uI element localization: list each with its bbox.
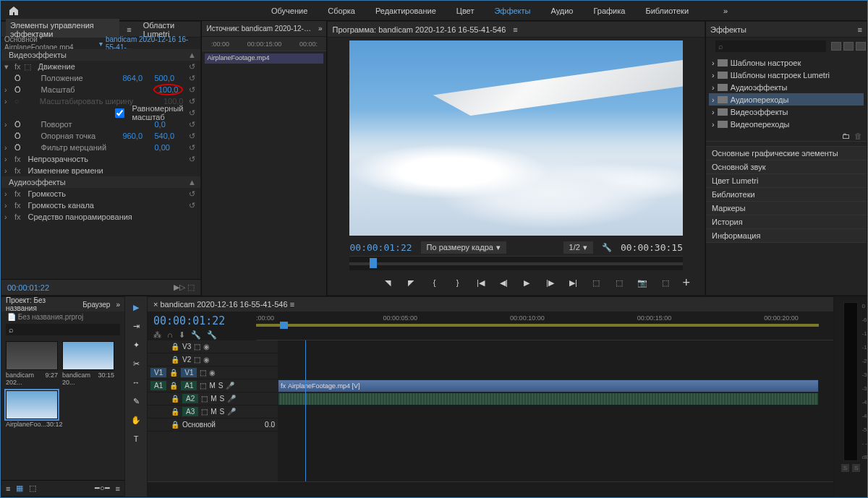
overflow-icon[interactable]: » [723, 7, 728, 15]
ws-tab[interactable]: Графика [593, 7, 625, 15]
panel-link[interactable]: Цвет Lumetri [706, 174, 867, 188]
go-prev-icon[interactable]: |◀ [474, 276, 487, 289]
position-x[interactable]: 864,0 [122, 74, 151, 82]
motion-effect[interactable]: Движение [34, 62, 184, 71]
program-viewport[interactable] [349, 40, 683, 236]
mark-in-icon[interactable]: ◥ [381, 276, 394, 289]
ripple-tool-icon[interactable]: ✦ [129, 338, 142, 351]
lift-icon[interactable]: ⬚ [590, 276, 603, 289]
fx-folder[interactable]: ›Видеоэффекты [709, 106, 864, 118]
icon-view-icon[interactable]: ▦ [16, 484, 23, 493]
mark-in-btn[interactable]: { [427, 276, 441, 289]
track-select-tool-icon[interactable]: ⇥ [129, 319, 142, 332]
ws-tab-active[interactable]: Эффекты [494, 7, 530, 15]
playhead-icon[interactable] [280, 322, 288, 329]
rotation-value[interactable]: 0,0 [154, 120, 183, 129]
solo-right[interactable]: S [852, 464, 860, 472]
snap-icon[interactable]: ⁂ [153, 330, 161, 340]
razor-tool-icon[interactable]: ✂ [129, 357, 142, 370]
linked-sel-icon[interactable]: ∩ [167, 330, 173, 340]
panel-link[interactable]: Маркеры [706, 202, 867, 215]
program-monitor: Программа: bandicam 2020-12-16 16-55-41-… [327, 21, 705, 296]
timeline-tracks-area[interactable]: fxAirplaneFootage.mp4 [V] [278, 340, 833, 481]
wrench-icon[interactable]: 🔧 [207, 330, 217, 340]
lock-icon[interactable]: 🔒 [171, 343, 179, 351]
mark-out-icon[interactable]: ◤ [404, 276, 417, 289]
media-browser-tab[interactable]: Браузер [82, 301, 110, 309]
ws-tab[interactable]: Сборка [328, 7, 355, 15]
panel-link[interactable]: Основной звук [706, 160, 867, 174]
fx-folder[interactable]: ›Шаблоны настроек Lumetri [709, 69, 864, 81]
step-back-icon[interactable]: ◀| [497, 276, 510, 289]
opacity-effect[interactable]: Непрозрачность [24, 155, 184, 163]
project-search-input[interactable] [14, 326, 117, 334]
play-icon[interactable]: ▶ [520, 276, 533, 289]
freeform-view-icon[interactable]: ⬚ [29, 484, 36, 493]
mic-icon[interactable]: 🎤 [226, 382, 234, 390]
effects-tab[interactable]: Эффекты [710, 25, 746, 34]
video-clip[interactable]: fxAirplaneFootage.mp4 [V] [278, 379, 819, 392]
effects-search-input[interactable] [723, 42, 823, 51]
panel-link[interactable]: Информация [706, 229, 867, 243]
program-scrubber[interactable] [349, 256, 683, 270]
panel-link[interactable]: Основные графические элементы [706, 147, 867, 160]
pen-tool-icon[interactable]: ✎ [129, 395, 142, 408]
solo-left[interactable]: S [841, 464, 849, 472]
export-frame-icon[interactable]: 📷 [636, 276, 649, 289]
fit-dropdown[interactable]: По размеру кадра▾ [421, 241, 506, 254]
go-next-icon[interactable]: ▶| [566, 276, 579, 289]
button-editor-icon[interactable]: + [682, 275, 690, 291]
project-item[interactable]: bandicam 20...30:15 [62, 341, 114, 386]
timeline-timecode[interactable]: 00:00:01:22 [153, 314, 250, 327]
ws-tab[interactable]: Редактирование [375, 7, 436, 15]
slip-tool-icon[interactable]: ↔ [129, 376, 142, 389]
reset-icon[interactable]: ↺ [186, 62, 197, 72]
ws-tab[interactable]: Библиотеки [645, 7, 689, 15]
audio-clip[interactable] [278, 392, 819, 405]
trash-icon[interactable]: 🗑 [854, 132, 862, 141]
fx-folder[interactable]: ›Аудиоэффекты [709, 81, 864, 93]
fx-folder[interactable]: ›Шаблоны настроек [709, 56, 864, 69]
extract-icon[interactable]: ⬚ [613, 276, 626, 289]
meter-bars[interactable]: 0-6-12 -18-24-30 -36-42-48 -54- -dB [843, 302, 858, 461]
project-item[interactable]: bandicam 202...9:27 [6, 341, 58, 386]
effect-type-filters[interactable] [831, 42, 866, 51]
audio-effects-header: Аудиоэффекты [4, 178, 183, 186]
effect-controls-panel: Элементы управления эффектами≡ Области L… [1, 21, 201, 296]
resolution-dropdown[interactable]: 1/2▾ [563, 241, 593, 254]
list-view-icon[interactable]: ≡ [6, 484, 10, 493]
timeline-ruler[interactable]: :00:00 00:00:05:00 00:00:10:00 00:00:15:… [256, 312, 833, 340]
ec-timecode[interactable]: 00:00:01:22 [7, 283, 49, 292]
compare-icon[interactable]: ⬚ [659, 276, 672, 289]
wrench-icon[interactable]: 🔧 [602, 243, 612, 252]
program-timecode[interactable]: 00:00:01:22 [349, 242, 412, 253]
position-y[interactable]: 500,0 [154, 74, 183, 82]
source-a1[interactable]: A1 [150, 381, 166, 390]
anchor-prop: Опорная точка [24, 132, 120, 140]
eye-icon[interactable]: ◉ [203, 343, 210, 351]
mark-out-btn[interactable]: } [451, 276, 464, 289]
fx-folder-selected[interactable]: ›Аудиопереходы [709, 93, 864, 106]
ws-tab[interactable]: Обучение [271, 7, 307, 15]
panel-link[interactable]: Библиотеки [706, 188, 867, 202]
ws-tab[interactable]: Цвет [456, 7, 475, 15]
home-icon[interactable] [8, 5, 20, 17]
marker-icon[interactable]: ⬇ [179, 330, 185, 340]
mini-clip[interactable]: AirplaneFootage.mp4 [205, 53, 323, 64]
hand-tool-icon[interactable]: ✋ [129, 413, 142, 426]
panel-link[interactable]: История [706, 215, 867, 229]
sequence-tab[interactable]: × bandicam 2020-12-16 16-55-41-546 ≡ [153, 300, 294, 309]
source-v1[interactable]: V1 [150, 368, 166, 377]
ws-tab[interactable]: Аудио [550, 7, 573, 15]
step-fwd-icon[interactable]: |▶ [543, 276, 556, 289]
project-tab[interactable]: Проект: Без названия [6, 296, 77, 312]
settings-icon[interactable]: 🔧 [191, 330, 201, 340]
selection-tool-icon[interactable]: ▶ [129, 301, 142, 314]
new-bin-icon[interactable]: 🗀 [842, 132, 850, 141]
uniform-scale-checkbox[interactable] [115, 108, 124, 118]
type-tool-icon[interactable]: T [129, 432, 142, 445]
scale-value-highlighted[interactable]: 100,0 [153, 84, 184, 95]
fx-folder[interactable]: ›Видеопереходы [709, 118, 864, 130]
timeremap-effect[interactable]: Изменение времени [24, 166, 198, 175]
project-item-selected[interactable]: AirplaneFoo...30:12 [6, 390, 58, 428]
